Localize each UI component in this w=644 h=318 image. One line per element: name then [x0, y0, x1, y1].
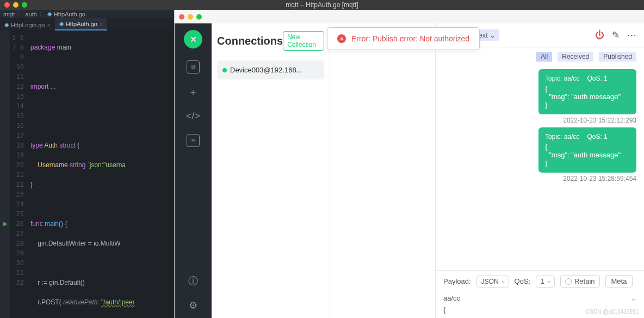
maximize-window-icon[interactable] [196, 14, 202, 20]
tab-label: HttpLogin.go [11, 22, 45, 28]
message-list: Topic: aa/ccQoS: 1{ "msg": "auth message… [436, 66, 644, 270]
filter-bar: All Received Published [436, 47, 644, 66]
minimize-window-icon[interactable] [188, 14, 193, 20]
tab-httpauth[interactable]: ◆ HttpAuth.go × [55, 18, 108, 30]
gear-icon[interactable]: ⚙ [189, 299, 197, 311]
go-file-icon: ◆ [59, 20, 64, 27]
os-titlebar: mqtt – HttpAuth.go [mqtt] [0, 0, 644, 10]
new-collection-button[interactable]: New Collection [283, 31, 324, 51]
database-icon[interactable]: ≡ [187, 134, 200, 147]
message-timestamp: 2022-10-23 15:22:12:293 [563, 117, 636, 124]
mqttx-logo-icon[interactable]: ✕ [184, 30, 202, 48]
copy-icon[interactable]: ⧉ [187, 60, 200, 74]
chevron-down-icon[interactable]: ⌄ [630, 294, 636, 302]
payload-label: Payload: [443, 277, 471, 285]
editor-tabs: ◆ HttpLogin.go × ◆ HttpAuth.go × [0, 18, 174, 30]
mqttx-app: ✕ ⧉ ＋ </> ≡ ⓘ ⚙ Connections New Collecti… [174, 10, 644, 318]
message-timestamp: 2022-10-23 15:28:59:454 [563, 175, 636, 182]
chevron-right-icon: 〉 [39, 10, 45, 18]
close-window-icon[interactable] [4, 2, 10, 8]
status-dot-icon [222, 68, 227, 72]
watermark: CSDN @u013433591 [586, 309, 639, 315]
error-icon: ✕ [337, 34, 346, 43]
edit-icon[interactable]: ✎ [612, 29, 620, 41]
error-toast: ✕ Error: Publish error: Not authorized [327, 27, 480, 50]
payload-bar: Payload: JSON QoS: 1 Retain Meta [436, 270, 644, 292]
tab-httplogin[interactable]: ◆ HttpLogin.go × [0, 19, 55, 30]
meta-button[interactable]: Meta [605, 275, 633, 288]
ide-panel: mqtt 〉 auth 〉 ◆ HttpAuth.go ◆ HttpLogin.… [0, 10, 174, 318]
tab-label: HttpAuth.go [66, 21, 97, 27]
connections-panel: Connections New Collection Device003@192… [212, 23, 330, 318]
code-icon[interactable]: </> [186, 111, 200, 122]
maximize-window-icon[interactable] [22, 2, 27, 8]
filter-all[interactable]: All [536, 52, 552, 62]
run-gutter-icon[interactable]: ▶ [3, 219, 8, 229]
mqttx-sidebar: ✕ ⧉ ＋ </> ≡ ⓘ ⚙ [175, 23, 212, 318]
chevron-right-icon: 〉 [17, 10, 23, 18]
crumb-file[interactable]: HttpAuth.go [54, 11, 85, 17]
retain-toggle[interactable]: Retain [560, 275, 600, 288]
filter-published[interactable]: Published [599, 52, 636, 62]
connection-item[interactable]: Device003@192.168... [217, 60, 324, 80]
topic-input[interactable]: aa/cc [443, 294, 460, 302]
mqttx-titlebar [175, 10, 644, 23]
close-icon[interactable]: × [47, 22, 50, 28]
message-bubble: Topic: aa/ccQoS: 1{ "msg": "auth message… [538, 127, 636, 173]
qos-select[interactable]: 1 [536, 276, 555, 288]
traffic-lights [4, 2, 27, 8]
subscriptions-panel: + New Subscription ☰ [330, 23, 436, 318]
line-gutter: 5 6 7 8 9 10 11 12 13 14 15 16 17 18 19 … [10, 30, 27, 318]
plus-icon[interactable]: ＋ [188, 85, 198, 99]
crumb-folder[interactable]: auth [25, 11, 36, 17]
payload-type-select[interactable]: JSON [476, 276, 509, 288]
messages-panel: ? Plaintext ⌄ ⏻ ✎ ⋯ All Received Publish… [436, 23, 644, 318]
crumb-project[interactable]: mqtt [3, 11, 15, 17]
close-window-icon[interactable] [179, 14, 184, 20]
window-title: mqtt – HttpAuth.go [mqtt] [286, 1, 358, 9]
minimize-window-icon[interactable] [13, 2, 18, 8]
connection-label: Device003@192.168... [230, 66, 302, 74]
code-editor[interactable]: package main import ... type Auth struct… [27, 30, 174, 318]
info-icon[interactable]: ⓘ [188, 274, 198, 288]
connections-title: Connections [217, 35, 283, 47]
more-icon[interactable]: ⋯ [627, 29, 636, 41]
power-icon[interactable]: ⏻ [595, 30, 604, 41]
go-file-icon: ◆ [4, 21, 9, 28]
breadcrumb: mqtt 〉 auth 〉 ◆ HttpAuth.go [0, 10, 174, 18]
filter-received[interactable]: Received [558, 52, 593, 62]
qos-label: QoS: [515, 277, 531, 285]
go-file-icon: ◆ [47, 10, 52, 17]
close-icon[interactable]: × [100, 21, 103, 27]
message-bubble: Topic: aa/ccQoS: 1{ "msg": "auth message… [538, 69, 636, 114]
ide-left-toolbar: Project Pull Requests Structure Bookmark… [0, 30, 10, 318]
error-text: Error: Publish error: Not authorized [351, 34, 469, 43]
